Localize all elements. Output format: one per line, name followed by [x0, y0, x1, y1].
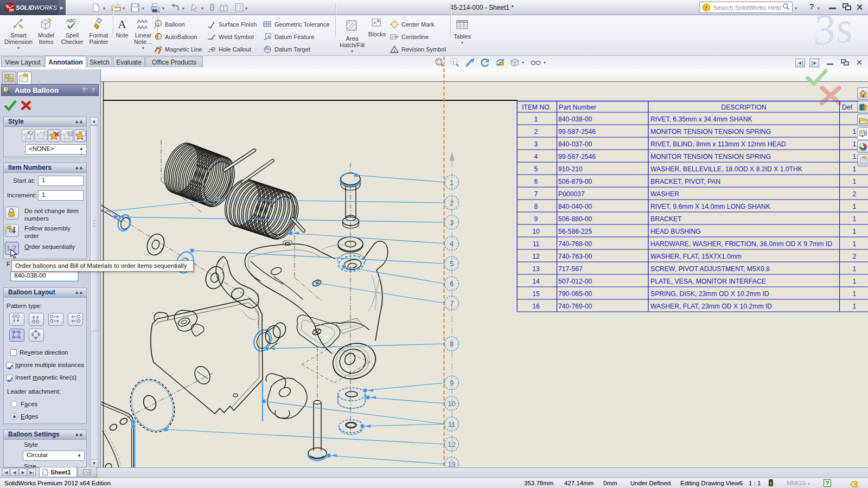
svg-text:AAA: AAA	[137, 18, 148, 24]
svg-text:56-586-225: 56-586-225	[558, 228, 592, 235]
svg-text:1: 1	[393, 48, 395, 53]
svg-text:8: 8	[450, 340, 454, 348]
svg-text:14: 14	[532, 278, 540, 285]
svg-text:WASHER, FLAT, 23mm OD X 10.2mm: WASHER, FLAT, 23mm OD X 10.2mm ID	[650, 303, 772, 310]
svg-text:4: 4	[534, 153, 538, 160]
svg-text:506-880-00: 506-880-00	[558, 215, 592, 223]
svg-text:PLATE, VESA, MONITOR INTERFACE: PLATE, VESA, MONITOR INTERFACE	[650, 278, 766, 285]
svg-text:7: 7	[534, 190, 538, 198]
svg-text:W: W	[10, 8, 14, 12]
svg-text:RIVET, 9.6mm X 14.0mm LONG SHA: RIVET, 9.6mm X 14.0mm LONG SHANK	[650, 203, 770, 210]
svg-text:MONITOR TENSION TENSION SPRING: MONITOR TENSION TENSION SPRING	[650, 128, 771, 136]
svg-text:99-587-2546: 99-587-2546	[558, 153, 596, 160]
svg-text:A: A	[267, 34, 271, 39]
svg-text:1: 1	[853, 165, 857, 173]
svg-text:5: 5	[450, 260, 454, 268]
svg-text:2: 2	[853, 253, 857, 260]
svg-text:9: 9	[534, 215, 538, 223]
svg-text:10: 10	[532, 228, 540, 235]
svg-text:1: 1	[853, 303, 857, 310]
svg-text:507-012-00: 507-012-00	[558, 278, 592, 285]
svg-text:HEAD BUSHING: HEAD BUSHING	[650, 228, 701, 235]
svg-text:2: 2	[534, 128, 538, 136]
svg-text:SPRING, DISK, 23mm OD X 10.2mm: SPRING, DISK, 23mm OD X 10.2mm ID	[650, 290, 769, 298]
svg-text:13: 13	[532, 265, 540, 273]
svg-text:BRACKET: BRACKET	[650, 215, 682, 223]
svg-text:DESCRIPTION: DESCRIPTION	[721, 104, 766, 111]
svg-text:840-037-00: 840-037-00	[558, 140, 592, 148]
svg-text:S: S	[7, 4, 9, 8]
svg-text:ABC: ABC	[66, 18, 76, 23]
svg-text:7: 7	[450, 299, 454, 307]
svg-text:6: 6	[450, 280, 454, 288]
svg-text:1: 1	[534, 115, 538, 123]
svg-text:1: 1	[853, 153, 857, 160]
svg-text:13: 13	[448, 460, 455, 468]
svg-text:Part Number: Part Number	[559, 104, 596, 111]
svg-text:A: A	[118, 17, 126, 31]
svg-text:1: 1	[853, 290, 857, 298]
svg-text:1: 1	[853, 228, 857, 235]
svg-text:P000037: P000037	[558, 190, 585, 198]
svg-text:A: A	[373, 20, 376, 25]
svg-text:HARDWARE, WASHER, FRICTION, 36: HARDWARE, WASHER, FRICTION, 36.0mm OD X …	[650, 240, 832, 248]
svg-text:BRACKET, PIVOT, PAN: BRACKET, PIVOT, PAN	[650, 178, 720, 185]
svg-text:506-879-00: 506-879-00	[558, 178, 592, 185]
svg-text:910-210: 910-210	[558, 165, 583, 173]
svg-text:740-769-00: 740-769-00	[558, 303, 592, 310]
svg-text:4: 4	[450, 240, 454, 248]
svg-text:ITEM NO.: ITEM NO.	[522, 104, 551, 111]
svg-text:15: 15	[532, 290, 540, 298]
svg-text:WASHER: WASHER	[650, 190, 679, 198]
svg-text:11: 11	[533, 240, 540, 248]
svg-text:11: 11	[448, 420, 456, 428]
svg-text:12: 12	[532, 253, 540, 260]
svg-text:A1: A1	[265, 46, 269, 49]
svg-text:SCREW, PIVOT ADJUSTMENT, M5X0.: SCREW, PIVOT ADJUSTMENT, M5X0.8	[650, 265, 770, 273]
svg-text:Def: Def	[842, 104, 853, 111]
svg-text:1: 1	[853, 278, 857, 285]
svg-text:840-038-00: 840-038-00	[558, 115, 592, 123]
svg-text:AAA: AAA	[137, 24, 148, 30]
svg-text:6: 6	[534, 178, 538, 185]
svg-text:3: 3	[450, 219, 454, 227]
svg-text:1: 1	[853, 128, 857, 136]
svg-text:790-065-00: 790-065-00	[558, 290, 592, 298]
svg-text:1: 1	[853, 265, 857, 273]
svg-text:740-768-00: 740-768-00	[558, 240, 592, 248]
svg-text:1: 1	[853, 178, 857, 185]
svg-text:2: 2	[853, 190, 857, 198]
svg-text:?: ?	[705, 4, 708, 11]
svg-text:740-763-00: 740-763-00	[558, 253, 592, 260]
svg-text:1: 1	[853, 140, 857, 148]
svg-text:1: 1	[853, 240, 857, 248]
svg-text:12: 12	[448, 440, 455, 448]
svg-text:5: 5	[534, 165, 538, 173]
svg-text:1: 1	[450, 178, 454, 187]
svg-text:RIVET, BLIND, 8mm x 113mm X 12: RIVET, BLIND, 8mm x 113mm X 12mm HEAD	[650, 140, 786, 148]
svg-text:3: 3	[534, 140, 538, 148]
svg-text:1: 1	[853, 203, 857, 210]
svg-text:10: 10	[448, 400, 455, 408]
svg-text:8: 8	[534, 203, 538, 210]
svg-text:99-587-2546: 99-587-2546	[558, 128, 596, 136]
svg-text:16: 16	[532, 303, 540, 310]
svg-text:1: 1	[157, 22, 160, 27]
svg-text:840-040-00: 840-040-00	[558, 203, 592, 210]
svg-text:1: 1	[853, 215, 857, 223]
svg-text:RIVET, 6.35mm x 34.4mm SHANK: RIVET, 6.35mm x 34.4mm SHANK	[650, 115, 752, 123]
svg-text:9: 9	[450, 379, 454, 387]
svg-text:WASHER, BELLEVILLE, 18.0OD X 8: WASHER, BELLEVILLE, 18.0OD X 8.2ID X 1.0…	[650, 165, 802, 173]
svg-text:MONITOR TENSION TENSION SPRING: MONITOR TENSION TENSION SPRING	[650, 153, 771, 160]
svg-text:717-567: 717-567	[558, 265, 583, 273]
svg-text:WASHER, FLAT, 15X7X1.0mm: WASHER, FLAT, 15X7X1.0mm	[650, 253, 742, 260]
svg-text:2: 2	[450, 199, 454, 207]
